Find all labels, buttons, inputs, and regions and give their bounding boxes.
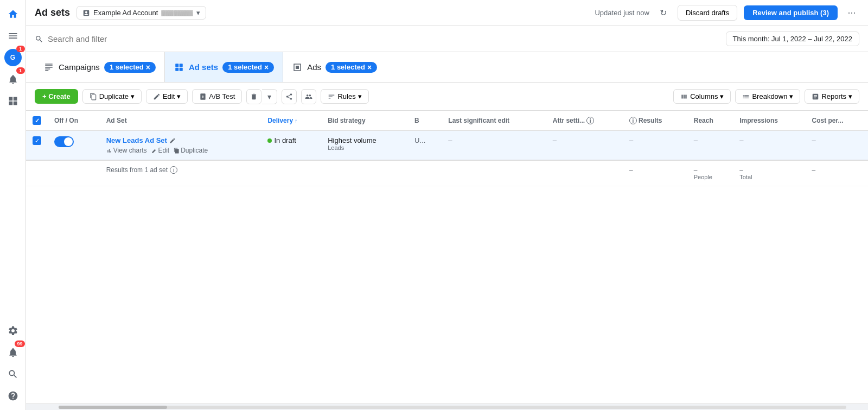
th-impressions[interactable]: Impressions — [733, 111, 805, 131]
delivery-dot — [267, 138, 272, 143]
svg-rect-1 — [180, 64, 183, 67]
campaigns-selected-badge[interactable]: 1 selected × — [104, 62, 156, 73]
th-attr-settings[interactable]: Attr setti... i — [546, 111, 623, 131]
breakdown-icon — [742, 93, 750, 100]
footer-attr-cell — [546, 160, 623, 186]
campaigns-selected-count: 1 selected — [110, 63, 144, 71]
ads-selected-badge[interactable]: 1 selected × — [326, 62, 377, 73]
ads-deselect-icon[interactable]: × — [367, 63, 372, 72]
footer-reach-cell: – People — [687, 160, 733, 186]
duplicate-button[interactable]: Duplicate ▾ — [82, 89, 142, 104]
rules-button[interactable]: Rules ▾ — [321, 89, 368, 104]
row-toggle-cell[interactable] — [48, 131, 100, 161]
audience-button[interactable] — [301, 89, 316, 104]
sidebar-grid-icon[interactable] — [3, 91, 23, 111]
toolbar-right: Columns ▾ Breakdown ▾ Reports ▾ — [673, 89, 859, 104]
sidebar-help-icon[interactable] — [3, 386, 23, 406]
cost-per-value: – — [812, 136, 816, 144]
adsets-deselect-icon[interactable]: × — [264, 63, 269, 72]
row-duplicate-icon — [174, 148, 180, 154]
ads-selected-count: 1 selected — [331, 63, 365, 71]
share-button[interactable] — [282, 89, 297, 104]
duplicate-row-link[interactable]: Duplicate — [174, 147, 208, 154]
sidebar-gear-icon[interactable] — [3, 321, 23, 340]
budget-value: U... — [414, 136, 425, 144]
th-ad-set[interactable]: Ad Set — [100, 111, 261, 131]
sidebar-search-icon[interactable] — [3, 364, 23, 384]
main-content: Ad sets Example Ad Account ▓▓▓▓▓▓▓▓ ▾ Up… — [26, 0, 868, 410]
row-checkbox[interactable]: ✓ — [33, 136, 41, 145]
row-last-edit-cell: – — [442, 131, 546, 161]
account-selector[interactable]: Example Ad Account ▓▓▓▓▓▓▓▓ ▾ — [76, 6, 206, 20]
publish-button[interactable]: Review and publish (3) — [744, 5, 838, 20]
ads-tab[interactable]: Ads 1 selected × — [283, 52, 386, 82]
ab-test-button[interactable]: A/B Test — [192, 89, 242, 104]
toggle-knob — [64, 137, 73, 146]
campaigns-deselect-icon[interactable]: × — [146, 63, 150, 72]
sidebar-avatar[interactable]: G 1 — [3, 48, 23, 67]
topbar-right: Updated just now ↻ Discard drafts Review… — [595, 5, 859, 21]
th-results[interactable]: i Results — [623, 111, 687, 131]
table-container: ✓ Off / On Ad Set Delivery ↑ Bid strateg… — [26, 111, 868, 403]
adsets-selected-count: 1 selected — [228, 63, 262, 71]
view-charts-link[interactable]: View charts — [106, 147, 147, 154]
updated-text: Updated just now — [595, 9, 649, 17]
th-bid-strategy[interactable]: Bid strategy — [321, 111, 408, 131]
last-edit-value: – — [448, 136, 452, 144]
row-actions: View charts Edit Duplicate — [106, 147, 255, 154]
select-all-checkbox[interactable]: ✓ — [33, 116, 41, 125]
edit-row-link[interactable]: Edit — [151, 147, 170, 154]
trash-chevron-button[interactable]: ▾ — [262, 89, 277, 104]
search-input[interactable] — [48, 34, 722, 43]
more-options-button[interactable]: ··· — [844, 5, 859, 21]
row-delivery-cell: In draft — [261, 131, 321, 161]
scrollbar-track — [59, 406, 846, 409]
th-budget[interactable]: B — [408, 111, 442, 131]
th-last-edit[interactable]: Last significant edit — [442, 111, 546, 131]
reports-button[interactable]: Reports ▾ — [805, 89, 859, 104]
adsets-selected-badge[interactable]: 1 selected × — [222, 62, 274, 73]
footer-delivery-cell — [261, 160, 321, 186]
results-info-icon[interactable]: i — [629, 117, 637, 124]
duplicate-chevron-icon: ▾ — [131, 92, 135, 100]
row-results-cell: – — [623, 131, 687, 161]
duplicate-label: Duplicate — [99, 92, 129, 100]
edit-button[interactable]: Edit ▾ — [146, 89, 188, 104]
sidebar-home-icon[interactable] — [3, 4, 23, 24]
people-label: People — [694, 174, 726, 180]
footer-info-icon[interactable]: i — [170, 166, 177, 174]
ad-set-name[interactable]: New Leads Ad Set — [106, 136, 167, 144]
sidebar-bell-icon[interactable]: 99 — [3, 343, 23, 362]
th-delivery[interactable]: Delivery ↑ — [261, 111, 321, 131]
row-toggle[interactable] — [54, 136, 74, 147]
row-attr-settings-cell: – — [546, 131, 623, 161]
sidebar-bell-badge: 99 — [15, 340, 24, 347]
th-reach[interactable]: Reach — [687, 111, 733, 131]
discard-button[interactable]: Discard drafts — [678, 5, 737, 21]
reports-label: Reports — [821, 92, 846, 100]
edit-name-icon[interactable] — [169, 137, 176, 144]
attr-info-icon[interactable]: i — [586, 117, 594, 124]
sidebar-menu-icon[interactable] — [3, 26, 23, 46]
campaigns-tab[interactable]: Campaigns 1 selected × — [35, 52, 165, 82]
refresh-button[interactable]: ↻ — [656, 5, 671, 21]
th-cost-per[interactable]: Cost per... — [806, 111, 869, 131]
duplicate-icon — [90, 93, 97, 100]
sidebar-notification-icon[interactable]: 1 — [3, 70, 23, 89]
th-select-all[interactable]: ✓ — [26, 111, 48, 131]
adsets-tab[interactable]: Ad sets 1 selected × — [165, 52, 283, 82]
columns-button[interactable]: Columns ▾ — [673, 89, 731, 104]
create-button[interactable]: + Create — [35, 89, 78, 104]
ad-sets-table: ✓ Off / On Ad Set Delivery ↑ Bid strateg… — [26, 111, 868, 186]
horizontal-scrollbar[interactable] — [26, 403, 868, 410]
bid-strategy-value: Highest volume — [328, 136, 401, 144]
trash-button[interactable] — [246, 89, 261, 104]
scrollbar-thumb[interactable] — [59, 406, 167, 409]
searchbar: This month: Jul 1, 2022 – Jul 22, 2022 — [26, 26, 868, 52]
footer-bid-cell — [321, 160, 408, 186]
date-range-selector[interactable]: This month: Jul 1, 2022 – Jul 22, 2022 — [726, 31, 859, 46]
row-checkbox-cell[interactable]: ✓ — [26, 131, 48, 161]
ab-test-label: A/B Test — [209, 92, 235, 100]
breakdown-button[interactable]: Breakdown ▾ — [735, 89, 800, 104]
footer-results-value: – — [629, 166, 681, 174]
